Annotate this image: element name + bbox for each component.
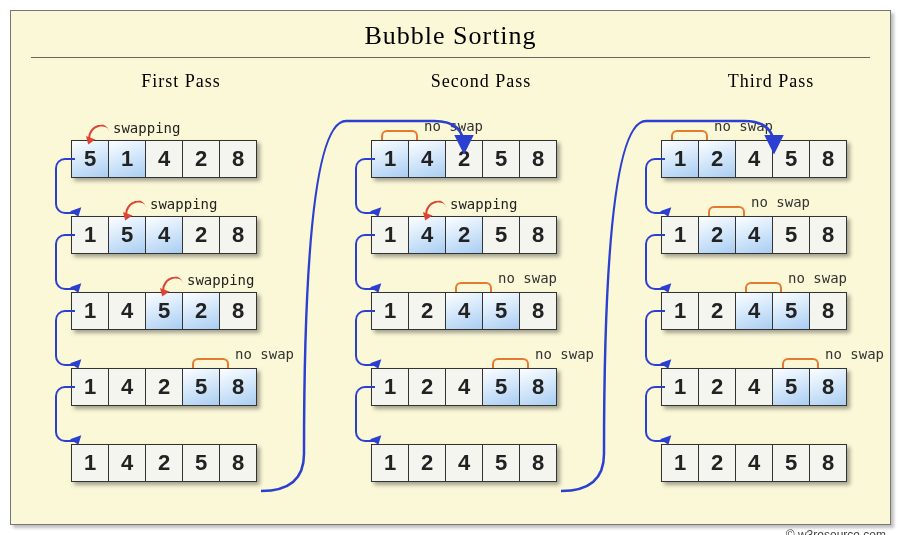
columns-container: First Pass51428swapping15428swapping1452… (11, 71, 890, 524)
step-row: 12458no swap (631, 122, 901, 198)
array-cell: 2 (699, 141, 735, 177)
array-cell: 2 (409, 293, 445, 329)
array-cell: 2 (409, 369, 445, 405)
array-boxes: 14258 (71, 444, 257, 482)
noswap-label: no swap (714, 118, 773, 134)
noswap-bracket-icon (492, 358, 529, 368)
array-cell: 8 (520, 445, 556, 481)
noswap-bracket-icon (782, 358, 819, 368)
credit-text: © w3resource.com (786, 528, 886, 535)
array-boxes: 14258 (371, 216, 557, 254)
array-cell: 4 (736, 445, 772, 481)
noswap-bracket-icon (708, 206, 745, 216)
pass-title: Second Pass (341, 71, 621, 92)
array-cell: 1 (662, 217, 698, 253)
array-cell: 8 (520, 217, 556, 253)
noswap-label: no swap (788, 270, 847, 286)
array-boxes: 14258 (71, 368, 257, 406)
swap-arrow-icon (160, 275, 184, 293)
array-cell: 2 (146, 369, 182, 405)
array-cell: 4 (109, 369, 145, 405)
noswap-bracket-icon (455, 282, 492, 292)
array-cell: 4 (109, 445, 145, 481)
array-cell: 2 (146, 445, 182, 481)
array-cell: 8 (220, 369, 256, 405)
noswap-bracket-icon (192, 358, 229, 368)
step-row: 14258no swap (41, 350, 321, 426)
array-cell: 8 (810, 369, 846, 405)
array-cell: 1 (72, 293, 108, 329)
array-cell: 4 (146, 141, 182, 177)
step-row: 12458 (631, 426, 901, 502)
array-boxes: 14258 (371, 140, 557, 178)
array-cell: 8 (810, 293, 846, 329)
pass-column: First Pass51428swapping15428swapping1452… (41, 71, 321, 502)
array-cell: 1 (372, 217, 408, 253)
step-row: 12458no swap (341, 350, 621, 426)
array-cell: 5 (773, 445, 809, 481)
noswap-bracket-icon (671, 130, 708, 140)
array-boxes: 12458 (661, 140, 847, 178)
array-cell: 5 (109, 217, 145, 253)
array-cell: 1 (72, 369, 108, 405)
array-cell: 2 (446, 217, 482, 253)
array-boxes: 51428 (71, 140, 257, 178)
swap-label: swapping (450, 196, 517, 212)
array-cell: 4 (109, 293, 145, 329)
array-cell: 5 (483, 445, 519, 481)
array-cell: 1 (72, 217, 108, 253)
step-row: 12458no swap (631, 350, 901, 426)
swap-arrow-icon (423, 199, 447, 217)
array-cell: 5 (483, 141, 519, 177)
array-cell: 5 (183, 445, 219, 481)
step-row: 14528swapping (41, 274, 321, 350)
array-boxes: 12458 (371, 292, 557, 330)
step-row: 12458no swap (631, 198, 901, 274)
step-row: 12458no swap (631, 274, 901, 350)
array-boxes: 14528 (71, 292, 257, 330)
array-boxes: 12458 (661, 216, 847, 254)
diagram-title: Bubble Sorting (11, 11, 890, 57)
swap-label: swapping (187, 272, 254, 288)
noswap-label: no swap (825, 346, 884, 362)
array-boxes: 12458 (371, 444, 557, 482)
array-cell: 1 (662, 293, 698, 329)
swap-label: swapping (113, 120, 180, 136)
array-cell: 1 (109, 141, 145, 177)
step-row: 12458no swap (341, 274, 621, 350)
array-cell: 4 (146, 217, 182, 253)
array-cell: 5 (483, 293, 519, 329)
array-cell: 1 (72, 445, 108, 481)
noswap-label: no swap (498, 270, 557, 286)
array-cell: 8 (220, 141, 256, 177)
step-row: 51428swapping (41, 122, 321, 198)
array-cell: 5 (72, 141, 108, 177)
array-cell: 4 (736, 293, 772, 329)
array-cell: 2 (409, 445, 445, 481)
array-cell: 5 (773, 369, 809, 405)
array-cell: 1 (662, 369, 698, 405)
array-cell: 4 (409, 217, 445, 253)
array-cell: 8 (220, 293, 256, 329)
noswap-bracket-icon (381, 130, 418, 140)
pass-column: Second Pass14258no swap14258swapping1245… (341, 71, 621, 502)
swap-arrow-icon (86, 123, 110, 141)
array-cell: 4 (736, 217, 772, 253)
array-cell: 8 (220, 445, 256, 481)
pass-title: First Pass (41, 71, 321, 92)
array-cell: 8 (810, 141, 846, 177)
array-cell: 4 (736, 369, 772, 405)
array-cell: 4 (446, 293, 482, 329)
array-cell: 4 (446, 445, 482, 481)
array-boxes: 12458 (371, 368, 557, 406)
diagram-frame: Bubble Sorting First Pass51428swapping15… (10, 10, 891, 525)
array-cell: 1 (662, 141, 698, 177)
array-cell: 4 (446, 369, 482, 405)
array-cell: 8 (520, 141, 556, 177)
array-boxes: 12458 (661, 444, 847, 482)
array-cell: 2 (183, 293, 219, 329)
array-cell: 8 (520, 369, 556, 405)
array-cell: 8 (520, 293, 556, 329)
array-boxes: 12458 (661, 368, 847, 406)
array-cell: 1 (372, 141, 408, 177)
